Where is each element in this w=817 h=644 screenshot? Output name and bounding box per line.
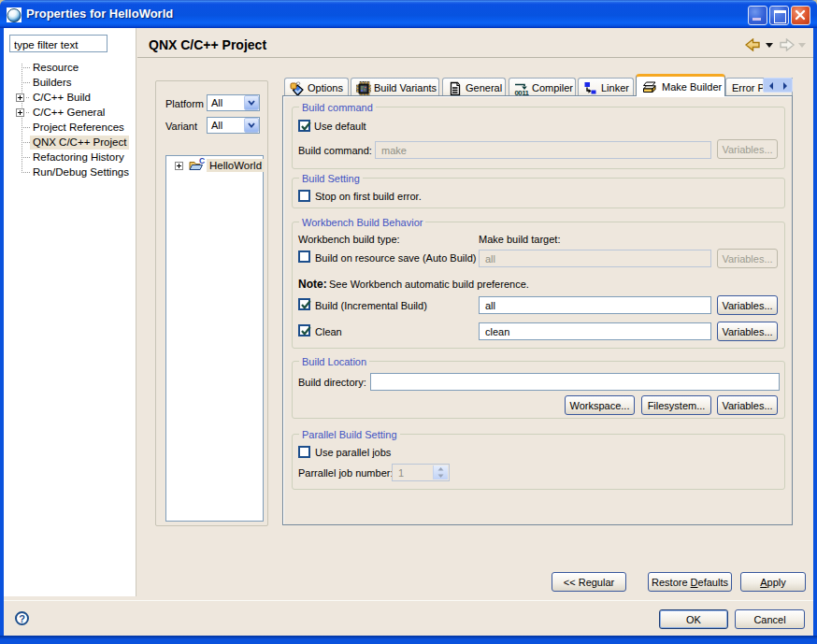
svg-text:C: C [199, 158, 205, 165]
